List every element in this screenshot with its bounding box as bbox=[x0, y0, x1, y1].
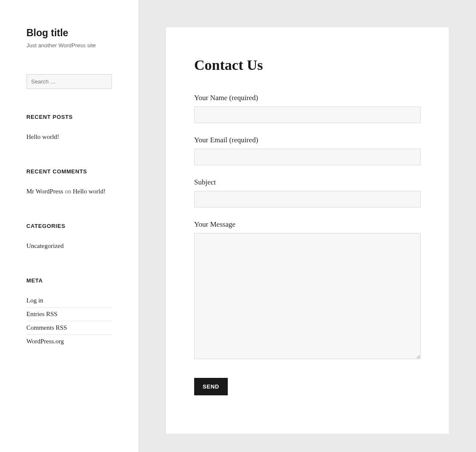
message-label: Your Message bbox=[194, 220, 421, 229]
content-card: Contact Us Your Name (required) Your Ema… bbox=[166, 27, 449, 434]
email-input[interactable] bbox=[194, 149, 421, 165]
meta-link-comments-rss[interactable]: Comments RSS bbox=[26, 324, 67, 331]
comment-author-link[interactable]: Mr WordPress bbox=[26, 188, 63, 195]
meta-link-wordpress[interactable]: WordPress.org bbox=[26, 338, 64, 345]
list-item: Comments RSS bbox=[26, 321, 112, 334]
list-item: Entries RSS bbox=[26, 307, 112, 321]
comment-on-text: on bbox=[63, 188, 73, 195]
comment-post-link[interactable]: Hello world! bbox=[73, 188, 106, 195]
list-item: Hello world! bbox=[26, 130, 112, 144]
recent-post-link[interactable]: Hello world! bbox=[26, 133, 59, 140]
recent-comments-widget: RECENT COMMENTS Mr WordPress on Hello wo… bbox=[26, 168, 112, 198]
site-tagline: Just another WordPress site bbox=[26, 42, 112, 49]
message-textarea[interactable] bbox=[194, 233, 421, 359]
search-input[interactable] bbox=[26, 74, 112, 89]
page-title: Contact Us bbox=[194, 57, 421, 73]
subject-input[interactable] bbox=[194, 191, 421, 207]
list-item: WordPress.org bbox=[26, 334, 112, 348]
category-link[interactable]: Uncategorized bbox=[26, 242, 63, 249]
form-group-email: Your Email (required) bbox=[194, 136, 421, 165]
form-group-subject: Subject bbox=[194, 178, 421, 207]
categories-widget: CATEGORIES Uncategorized bbox=[26, 223, 112, 253]
meta-heading: META bbox=[26, 277, 112, 284]
email-label: Your Email (required) bbox=[194, 136, 421, 144]
recent-posts-widget: RECENT POSTS Hello world! bbox=[26, 114, 112, 144]
meta-widget: META Log in Entries RSS Comments RSS Wor… bbox=[26, 277, 112, 348]
name-label: Your Name (required) bbox=[194, 94, 421, 102]
recent-posts-heading: RECENT POSTS bbox=[26, 114, 112, 120]
meta-link-entries-rss[interactable]: Entries RSS bbox=[26, 311, 57, 317]
send-button[interactable]: Send bbox=[194, 378, 228, 395]
subject-label: Subject bbox=[194, 178, 421, 187]
list-item: Mr WordPress on Hello world! bbox=[26, 185, 112, 198]
list-item: Log in bbox=[26, 294, 112, 307]
list-item: Uncategorized bbox=[26, 239, 112, 253]
name-input[interactable] bbox=[194, 107, 421, 123]
form-group-message: Your Message bbox=[194, 220, 421, 361]
sidebar: Blog title Just another WordPress site R… bbox=[0, 0, 139, 452]
recent-comments-heading: RECENT COMMENTS bbox=[26, 168, 112, 175]
categories-heading: CATEGORIES bbox=[26, 223, 112, 229]
form-group-name: Your Name (required) bbox=[194, 94, 421, 123]
site-title[interactable]: Blog title bbox=[26, 27, 112, 39]
main-area: Contact Us Your Name (required) Your Ema… bbox=[139, 0, 476, 452]
meta-link-login[interactable]: Log in bbox=[26, 297, 43, 304]
